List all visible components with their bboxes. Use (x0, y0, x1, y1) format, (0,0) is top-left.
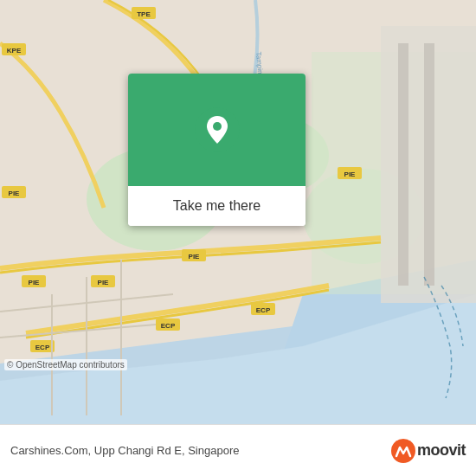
svg-text:PIE: PIE (189, 253, 201, 261)
svg-text:KPE: KPE (7, 47, 22, 55)
svg-rect-9 (398, 43, 408, 286)
svg-point-34 (391, 439, 415, 463)
svg-text:PIE: PIE (9, 190, 21, 197)
moovit-logo: moovit (391, 439, 466, 463)
svg-text:PIE: PIE (344, 170, 357, 178)
osm-credit: © OpenStreetMap contributors (4, 359, 127, 370)
svg-text:TPE: TPE (137, 10, 151, 18)
moovit-icon-svg (391, 439, 415, 463)
map-container: PIE PIE PIE ECP ECP ECP TPE KPE PIE PIE (0, 0, 476, 424)
svg-text:ECP: ECP (35, 344, 50, 351)
popup-card: Take me there (128, 74, 306, 226)
moovit-brand-text: moovit (417, 441, 466, 460)
take-me-there-button[interactable]: Take me there (128, 186, 306, 226)
location-pin-icon (195, 107, 240, 152)
svg-point-33 (213, 122, 222, 131)
svg-text:ECP: ECP (161, 322, 176, 330)
svg-text:ECP: ECP (256, 306, 271, 314)
popup-green-area (128, 74, 306, 186)
svg-text:PIE: PIE (29, 279, 41, 286)
bottom-bar: Carshines.Com, Upp Changi Rd E, Singapor… (0, 424, 476, 476)
svg-rect-10 (424, 43, 434, 286)
svg-text:PIE: PIE (98, 279, 110, 286)
location-text: Carshines.Com, Upp Changi Rd E, Singapor… (10, 444, 384, 457)
